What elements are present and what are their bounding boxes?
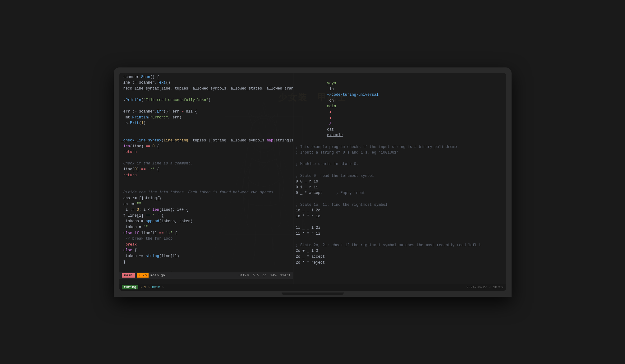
status-file: main.go [150,274,165,277]
code-line: check_line_syntax(line string, tuples []… [119,138,293,144]
term-dir: ~/code/turing-universal [327,93,379,97]
code-line: token = "" [119,224,293,230]
term-comment1: ; This example program checks if the inp… [296,144,503,150]
code-line: .Println("File read successfully.\n\n") [119,97,293,103]
terminal-area: yeyo in ~/code/turing-universal on main … [293,73,506,272]
laptop-base [119,291,506,297]
status-percent: 24% [270,274,277,277]
code-line: heck_line_syntax(line, tuples, allowed_s… [119,86,293,92]
code-line: scanner.Scan() { [119,74,293,80]
time: 18:59 [493,285,503,289]
term-num-val: 1 [144,285,146,289]
term-comment2: ; Input: a string of 0's and 1's, eg '10… [296,150,503,156]
code-line: Divide the line into tokens. Each token … [119,190,293,196]
code-line: break [119,242,293,248]
timestamp: 2024-06-27 [466,285,487,289]
code-line: else { [119,247,293,253]
bottom-left: turing › 1 › nvim › [122,285,164,289]
code-line: err := scanner.Err(); err ≠ nil { [119,109,293,115]
code-line: } [119,259,293,265]
status-position: 114:1 [280,274,290,277]
term-cmd-arg: example [327,133,342,137]
nvim-label: nvim [152,285,160,289]
editor-status-bar: main › -5 main.go utf-8 δ ∆ go 24% [119,272,293,279]
term-branch: main [327,104,336,108]
laptop-notch [282,293,344,295]
main-content: scanner.Scan() { ine := scanner.Text() h… [119,73,506,284]
term-num: › [140,285,142,289]
code-line [119,184,293,190]
status-left: main › -5 main.go [122,273,165,278]
status-encoding: utf-8 [239,274,249,277]
code-line: Check if the line is a comment. [119,161,293,167]
code-line: len(line) == 0 { [119,144,293,150]
code-line: s.Exit(1) [119,120,293,126]
bottom-bar: turing › 1 › nvim › 2024-06-27 ‹ 18:59 [119,284,506,291]
code-line [119,178,293,184]
status-branch: › -5 [137,273,149,278]
status-delta: δ ∆ [253,274,259,277]
editor-pane[interactable]: scanner.Scan() { ine := scanner.Text() h… [119,73,293,284]
code-line: f line[i] == ' ' { [119,213,293,219]
code-line [119,126,293,132]
code-line [119,132,293,138]
screen-bezel: 少女装 甲战士 scanner.Scan() { ine := scanner.… [119,73,506,291]
code-line: token += string(line[i]) [119,253,293,259]
status-mode: main [122,273,135,278]
screen: 少女装 甲战士 scanner.Scan() { ine := scanner.… [119,73,506,291]
term-user: yeyo [327,81,336,85]
shell-label: turing [122,285,139,289]
code-area: scanner.Scan() { ine := scanner.Text() h… [119,73,293,272]
code-line: else if line[i] == ';' { [119,230,293,236]
code-line: mt.Println("Error:", err) [119,115,293,121]
code-line: // break the for loop [119,236,293,242]
term-cursor-indicator: › [162,285,164,289]
term-state-comment: ; Machine starts in state 0. [296,161,503,167]
laptop-outer: 少女装 甲战士 scanner.Scan() { ine := scanner.… [114,67,512,297]
code-line: return [119,173,293,178]
code-line: return [119,149,293,155]
code-line [119,155,293,161]
code-line [119,91,293,97]
terminal-prompt: yeyo in ~/code/turing-universal on main … [296,75,503,144]
code-line: ine := scanner.Text() [119,80,293,86]
terminal-pane[interactable]: yeyo in ~/code/turing-universal on main … [293,73,506,284]
code-line: tokens = append(tokens, token) [119,219,293,224]
code-line [119,103,293,109]
bottom-right: 2024-06-27 ‹ 18:59 [466,285,503,289]
term-arrow2: › [148,285,150,289]
code-line: line[0] == ';' { [119,167,293,173]
code-line: en := "" [119,201,293,207]
status-right: utf-8 δ ∆ go 24% 114:1 [239,274,291,277]
code-line: ens := []string{} [119,196,293,201]
code-line [119,265,293,271]
status-lang: go [262,274,266,277]
code-line: i := 0; i < len(line); i++ { [119,207,293,213]
